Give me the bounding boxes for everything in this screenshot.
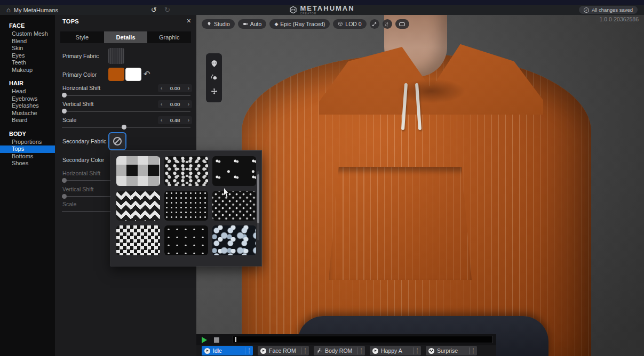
h-shift-stepper[interactable]: ‹ 0.00 › — [158, 84, 192, 92]
sidebar-item-head[interactable]: Head — [0, 88, 55, 95]
stepper-decrease[interactable]: ‹ — [161, 101, 162, 107]
clip-label: Surprise — [434, 347, 469, 354]
camera-button[interactable]: Auto — [238, 19, 267, 29]
sidebar-item-eyes[interactable]: Eyes — [0, 52, 55, 60]
sidebar-item-shoes[interactable]: Shoes — [0, 160, 55, 167]
fabric-swatch-leopard-print[interactable] — [164, 156, 208, 186]
sidebar-item-teeth[interactable]: Teeth — [0, 59, 55, 67]
clip-happy-a[interactable]: Happy A ⋮ — [370, 346, 421, 355]
clip-face-rom[interactable]: Face ROM ⋮ — [258, 346, 309, 355]
sidebar-item-beard[interactable]: Beard — [0, 117, 55, 124]
stepper-increase[interactable]: › — [188, 117, 189, 123]
tab-graphic[interactable]: Graphic — [147, 31, 191, 43]
pose-toggle-button[interactable] — [370, 19, 379, 29]
rotate-tool[interactable] — [210, 74, 218, 82]
redo-button[interactable]: ↻ — [164, 6, 170, 14]
stepper-decrease[interactable]: ‹ — [161, 117, 162, 123]
sidebar-item-tops[interactable]: Tops — [0, 145, 55, 153]
scale-stepper[interactable]: ‹ 0.48 › — [158, 116, 192, 124]
clothing-toggle-button[interactable] — [395, 19, 409, 29]
stepper-decrease[interactable]: ‹ — [161, 85, 162, 91]
lighting-button[interactable]: Studio — [202, 19, 235, 29]
fabric-swatch-chevron[interactable] — [116, 191, 160, 221]
fabric-swatch-sparse-dot[interactable] — [164, 225, 208, 255]
version-label: 1.0.0-20362586 — [599, 16, 639, 22]
scale-handle[interactable] — [122, 125, 126, 130]
cube-icon — [338, 21, 343, 27]
kebab-menu-icon[interactable]: ⋮ — [413, 347, 421, 354]
fabric-swatch-micro-dot[interactable] — [164, 191, 208, 221]
primary-color-swatch-orange[interactable] — [108, 68, 124, 81]
home-nav[interactable]: ⌂ My MetaHumans — [0, 6, 58, 14]
sidebar-item-makeup[interactable]: Makeup — [0, 67, 55, 74]
face-icon — [428, 348, 434, 354]
primary-fabric-label: Primary Fabric — [62, 53, 99, 59]
v-shift-stepper[interactable]: ‹ 0.00 › — [158, 100, 192, 108]
lod-button[interactable]: LOD 0 — [333, 19, 366, 29]
close-icon[interactable]: × — [187, 17, 191, 25]
clip-surprise[interactable]: Surprise ⋮ — [426, 346, 477, 355]
fabric-swatch-polka-dot[interactable] — [212, 191, 256, 221]
h-shift-handle[interactable] — [62, 93, 67, 98]
sidebar-item-bottoms[interactable]: Bottoms — [0, 153, 55, 160]
sidebar-item-blend[interactable]: Blend — [0, 38, 55, 45]
hair-toggle-button[interactable] — [383, 19, 392, 29]
reset-color-icon[interactable]: ↶ — [144, 69, 150, 79]
collar-shadow — [396, 79, 466, 103]
sidebar-item-proportions[interactable]: Proportions — [0, 139, 55, 146]
sidebar-section-body: BODY Proportions Tops Bottoms Shoes — [0, 131, 55, 167]
fabric-swatch-cherry-scatter[interactable] — [212, 156, 256, 186]
kebab-menu-icon[interactable]: ⋮ — [357, 347, 365, 354]
gem-icon: ◆ — [274, 21, 278, 27]
move-tool[interactable] — [210, 88, 218, 96]
v-shift-handle[interactable] — [62, 109, 67, 114]
undo-button[interactable]: ↺ — [151, 6, 157, 14]
primary-fabric-swatch[interactable] — [108, 48, 124, 64]
kebab-menu-icon[interactable]: ⋮ — [245, 347, 253, 354]
sidebar-item-eyebrows[interactable]: Eyebrows — [0, 95, 55, 103]
sidebar-item-custom-mesh[interactable]: Custom Mesh — [0, 30, 55, 38]
popup-scrollbar[interactable] — [257, 171, 259, 240]
sidebar-item-skin[interactable]: Skin — [0, 45, 55, 52]
kebab-menu-icon[interactable]: ⋮ — [301, 347, 309, 354]
clip-idle[interactable]: Idle ⋮ — [202, 346, 253, 355]
kebab-menu-icon[interactable]: ⋮ — [469, 347, 477, 354]
metahuman-logo: METAHUMAN CREATOR — [0, 5, 644, 15]
popup-scrollbar-thumb[interactable] — [257, 174, 259, 223]
stop-button[interactable] — [214, 337, 219, 343]
browser-strip — [0, 0, 644, 5]
play-button[interactable] — [202, 337, 207, 343]
logo-subtext: CREATOR — [300, 12, 354, 15]
stepper-increase[interactable]: › — [188, 85, 189, 91]
face-camera-tool[interactable] — [210, 60, 218, 68]
check-icon: ✓ — [584, 7, 589, 13]
lightbulb-icon — [206, 21, 212, 27]
play-circle-icon — [372, 348, 378, 354]
clip-body-rom[interactable]: Body ROM ⋮ — [314, 346, 365, 355]
tab-details[interactable]: Details — [104, 31, 148, 43]
secondary-fabric-none-button[interactable] — [108, 132, 126, 150]
hoodie-kangaroo-pocket — [329, 167, 472, 280]
quality-label: Epic (Ray Traced) — [280, 21, 325, 27]
metahuman-logo-icon — [289, 6, 297, 14]
tab-style[interactable]: Style — [60, 31, 104, 43]
stepper-increase[interactable]: › — [188, 101, 189, 107]
fabric-swatch-houndstooth-check[interactable] — [116, 225, 160, 255]
panel-title: TOPS — [62, 18, 79, 25]
clip-label: Happy A — [378, 347, 413, 354]
quality-button[interactable]: ◆ Epic (Ray Traced) — [269, 19, 330, 29]
sidebar: FACE Custom Mesh Blend Skin Eyes Teeth M… — [0, 15, 55, 356]
scale-slider[interactable] — [62, 127, 190, 127]
fabric-swatch-gingham[interactable] — [116, 156, 160, 186]
h-shift-slider[interactable] — [62, 95, 190, 95]
v-shift-slider[interactable] — [62, 111, 190, 111]
fabric-swatch-floral[interactable] — [212, 225, 256, 255]
sidebar-item-mustache[interactable]: Mustache — [0, 110, 55, 117]
primary-color-swatch-white[interactable] — [125, 68, 141, 81]
lighting-label: Studio — [214, 21, 230, 27]
h-shift-value: 0.00 — [170, 85, 180, 91]
sidebar-item-eyelashes[interactable]: Eyelashes — [0, 102, 55, 110]
home-label: My MetaHumans — [14, 7, 58, 13]
timeline-scrubber[interactable] — [233, 336, 493, 343]
playhead[interactable] — [235, 337, 236, 342]
